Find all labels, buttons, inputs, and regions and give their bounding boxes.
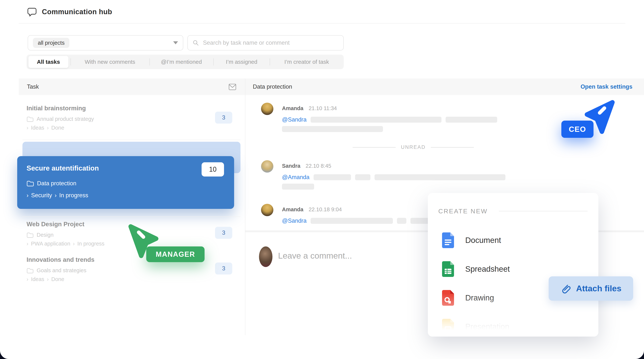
task-filter-tabs: All tasks With new comments @I’m mention…: [26, 54, 344, 69]
divider-line: [499, 211, 588, 211]
task-row[interactable]: Initial brainstorming Annual product str…: [26, 105, 94, 131]
comment-count-badge: 3: [215, 262, 232, 274]
docs-icon: [442, 232, 454, 248]
tab-divider: [270, 58, 270, 66]
tab-divider: [150, 58, 150, 66]
header-divider: [19, 23, 625, 24]
tab-im-mentioned[interactable]: @I’m mentioned: [161, 59, 202, 65]
create-new-title: CREATE NEW: [438, 208, 488, 215]
task-project: Data protection: [37, 180, 76, 187]
avatar: [261, 204, 274, 216]
task-project: Goals and strategies: [37, 268, 86, 274]
paperclip-icon: [560, 283, 571, 294]
comment-timestamp: 21.10 11:34: [308, 105, 337, 112]
open-task-settings-link[interactable]: Open task settings: [580, 84, 632, 90]
tab-with-new-comments[interactable]: With new comments: [85, 59, 135, 65]
mention-link[interactable]: @Amanda: [282, 174, 310, 180]
comment-author: Amanda: [282, 105, 303, 112]
app-window: Communication hub all projects All tasks…: [0, 0, 644, 359]
redacted-text-bar: [310, 117, 442, 123]
task-title: Web Design Project: [26, 221, 104, 228]
ceo-cursor-label: CEO: [561, 120, 594, 138]
row-divider: [22, 140, 240, 140]
tab-divider: [70, 58, 71, 66]
redacted-text-bar: [446, 117, 497, 123]
redacted-text-bar: [397, 218, 406, 224]
folder-icon: [26, 180, 34, 186]
task-row[interactable]: Innovations and trends Goals and strateg…: [26, 256, 94, 282]
task-path-segment: Ideas: [26, 125, 44, 131]
search-input[interactable]: [203, 40, 338, 46]
tab-im-assigned[interactable]: I’m assigned: [226, 59, 257, 65]
menu-item-label: Document: [465, 236, 501, 245]
task-column-title: Task: [27, 84, 39, 90]
redacted-text-bar: [355, 174, 370, 180]
avatar: [261, 160, 274, 172]
folder-icon: [26, 232, 34, 238]
task-title: Initial brainstorming: [26, 105, 94, 112]
mention-link[interactable]: @Sandra: [282, 218, 306, 224]
task-path-segment: In progress: [73, 241, 104, 247]
chat-bubble-icon: [27, 8, 37, 16]
avatar: [261, 103, 274, 115]
task-project: Design: [37, 232, 54, 238]
comment-timestamp: 22.10 8:45: [306, 163, 331, 169]
attach-files-label: Attach files: [576, 284, 622, 293]
panel-divider: [245, 78, 245, 335]
task-path-segment: Ideas: [26, 276, 44, 282]
redacted-text-bar: [374, 174, 506, 180]
project-selector-value: all projects: [33, 38, 69, 48]
comment-count-badge: 3: [215, 227, 232, 239]
redacted-text-bar: [310, 218, 393, 224]
comments-task-title: Data protection: [253, 84, 292, 90]
task-path-segment: PWA application: [26, 241, 70, 247]
folder-icon: [26, 268, 34, 274]
envelope-icon[interactable]: [228, 83, 237, 91]
tab-all-tasks[interactable]: All tasks: [28, 56, 68, 68]
mention-link[interactable]: @Sandra: [282, 116, 306, 123]
redacted-text-bar: [282, 184, 314, 190]
unread-divider: UNREAD: [353, 144, 474, 150]
unread-label: UNREAD: [401, 144, 426, 150]
task-title: Innovations and trends: [26, 256, 94, 263]
project-selector[interactable]: all projects: [28, 35, 183, 50]
task-path-segment: Done: [47, 125, 64, 131]
menu-item-document[interactable]: Document: [442, 230, 588, 250]
comment-author: Sandra: [282, 163, 300, 169]
comments-header: Data protection Open task settings: [245, 78, 644, 95]
dragged-task-card[interactable]: Secure autentification 10 Data protectio…: [17, 156, 234, 209]
task-row[interactable]: Web Design Project Design PWA applicatio…: [26, 221, 104, 247]
redacted-text-bar: [314, 174, 351, 180]
task-project: Annual product strategy: [37, 116, 94, 122]
search-icon: [192, 40, 199, 46]
tab-im-creator[interactable]: I’m creator of task: [284, 59, 329, 65]
divider-line: [431, 147, 474, 148]
search-box[interactable]: [187, 35, 344, 50]
comment-input[interactable]: Leave a comment...: [278, 251, 352, 261]
redacted-text-bar: [282, 126, 383, 132]
manager-cursor-label: MANAGER: [146, 246, 204, 262]
divider-line: [353, 147, 396, 148]
row-divider: [22, 216, 240, 217]
task-list-header: Task: [19, 78, 245, 95]
comment-count-badge: 10: [202, 162, 224, 176]
sheets-icon: [442, 261, 454, 277]
task-path-segment: Done: [47, 276, 64, 282]
task-path-segment: In progress: [54, 192, 88, 199]
avatar: [259, 246, 272, 267]
folder-icon: [26, 116, 34, 122]
comment-count-badge: 3: [215, 112, 232, 124]
menu-item-label: Spreadsheet: [465, 264, 510, 274]
attach-files-button[interactable]: Attach files: [549, 276, 633, 301]
comment-author: Amanda: [282, 206, 303, 212]
task-path-segment: Security: [26, 192, 52, 199]
chevron-down-icon: [173, 41, 178, 44]
comment-timestamp: 22.10.18 9:04: [308, 206, 342, 212]
task-title: Secure autentification: [26, 164, 99, 172]
tab-divider: [213, 58, 214, 66]
create-new-menu: CREATE NEW Document Spreadsheet: [428, 193, 598, 336]
page-title: Communication hub: [42, 8, 112, 16]
